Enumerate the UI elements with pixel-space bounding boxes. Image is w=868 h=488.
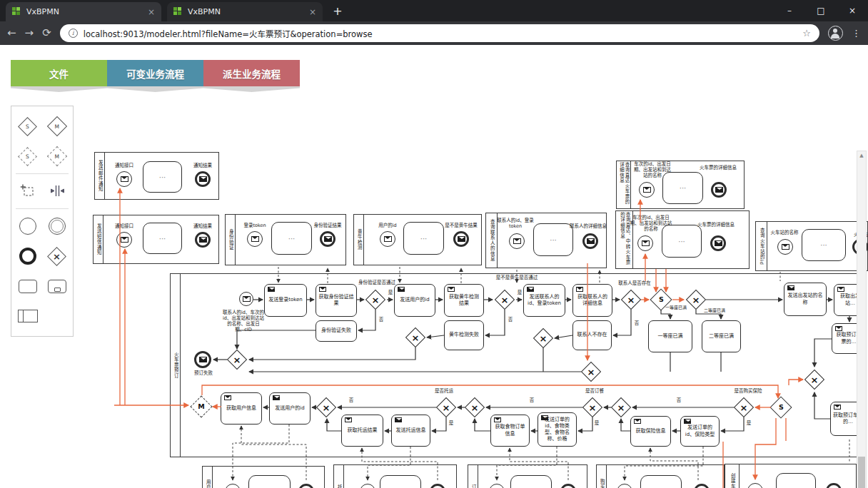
minimize-button[interactable]: – bbox=[774, 0, 805, 21]
close-button[interactable]: × bbox=[837, 0, 868, 21]
task[interactable]: 获取保险信息 bbox=[630, 416, 671, 447]
send-task-icon bbox=[273, 395, 280, 400]
end-event[interactable] bbox=[710, 235, 726, 251]
event-label: 是不是黄牛结果 bbox=[433, 223, 490, 228]
message-icon bbox=[715, 240, 722, 246]
reload-icon[interactable]: ⟳ bbox=[42, 28, 51, 39]
start-event[interactable] bbox=[777, 239, 793, 255]
receive-task-icon bbox=[835, 326, 842, 331]
subprocess-icon[interactable] bbox=[46, 277, 68, 295]
task[interactable]: ··· bbox=[776, 473, 816, 488]
diagram-label: 否 bbox=[347, 397, 355, 403]
task[interactable]: 发送订单的id、食物类型、食物名称、价格 bbox=[538, 412, 577, 447]
start-event[interactable] bbox=[247, 231, 263, 247]
task[interactable]: 发送登录token bbox=[264, 284, 307, 317]
task[interactable]: ··· bbox=[380, 475, 421, 488]
space-tool-icon[interactable] bbox=[46, 182, 68, 200]
task[interactable]: 获取用户信息 bbox=[221, 392, 262, 425]
diagram-label: 一等座已满 bbox=[661, 305, 691, 310]
bookmark-star-icon[interactable]: ☆ bbox=[802, 28, 811, 39]
profile-avatar[interactable] bbox=[828, 26, 843, 41]
start-event-icon[interactable] bbox=[17, 217, 39, 235]
gateway-symbol: × bbox=[233, 355, 241, 365]
task[interactable]: 发送订单的id、保险类型 bbox=[680, 416, 720, 447]
end-event-icon[interactable] bbox=[17, 247, 39, 265]
gateway-m-dashed-icon[interactable]: M bbox=[46, 147, 68, 166]
pool-icon[interactable] bbox=[17, 307, 39, 325]
bpmn-canvas[interactable]: 发送邮件通知查询直达火车票的详细信息发送短信通知身份验证黄牛检测查询联系人的信息… bbox=[0, 45, 868, 488]
end-event[interactable] bbox=[195, 171, 211, 187]
task-icon[interactable] bbox=[17, 277, 39, 295]
url-text[interactable]: localhost:9013/modeler.html?fileName=火车票… bbox=[84, 28, 373, 39]
gateway-m-icon[interactable]: M bbox=[46, 117, 68, 136]
forward-icon[interactable]: → bbox=[25, 28, 34, 39]
tab-close-icon[interactable]: × bbox=[309, 8, 316, 16]
task[interactable]: 发送用户的id bbox=[269, 392, 311, 425]
exclusive-gateway-icon[interactable]: × bbox=[46, 247, 68, 265]
task[interactable]: 获取联系人的详细信息 bbox=[572, 284, 612, 317]
end-event[interactable] bbox=[582, 233, 598, 249]
end-event[interactable] bbox=[711, 182, 727, 198]
task[interactable]: 获取黄牛检测结果 bbox=[444, 284, 484, 317]
start-event[interactable] bbox=[637, 235, 653, 251]
task[interactable]: ··· bbox=[248, 475, 291, 488]
pool-label-band: 订餐 bbox=[468, 465, 478, 488]
task[interactable]: 发送出发站的名称 bbox=[784, 283, 827, 316]
pool-label-band: 查询直达火车票的详细信息 bbox=[617, 161, 631, 208]
start-event[interactable] bbox=[239, 292, 253, 306]
task[interactable]: 身份验证失败 bbox=[316, 320, 357, 342]
gateway-symbol: × bbox=[323, 403, 330, 412]
end-event[interactable] bbox=[453, 231, 469, 247]
maximize-button[interactable]: □ bbox=[805, 0, 837, 21]
task[interactable]: 黄牛检测失败 bbox=[444, 320, 484, 350]
address-bar[interactable]: i localhost:9013/modeler.html?fileName=火… bbox=[60, 24, 819, 42]
task-label: ··· bbox=[820, 240, 827, 250]
task[interactable]: ··· bbox=[640, 475, 682, 488]
pool-label-band: 购买保险 bbox=[597, 465, 607, 488]
task[interactable]: 发送联系人的id、登录token bbox=[523, 284, 565, 317]
end-event[interactable] bbox=[194, 351, 211, 368]
task[interactable]: 获取身份验证结果 bbox=[316, 284, 357, 317]
task[interactable]: 发送用户的id bbox=[394, 284, 435, 317]
diagram-label: 是 bbox=[515, 290, 524, 295]
scroll-up-icon[interactable]: ▲ bbox=[857, 151, 866, 160]
start-event[interactable] bbox=[116, 171, 132, 187]
intermediate-event-icon[interactable] bbox=[46, 217, 68, 235]
gateway-s-icon[interactable]: S bbox=[17, 117, 39, 136]
end-event[interactable] bbox=[195, 232, 211, 248]
lasso-tool-icon[interactable] bbox=[17, 182, 39, 200]
new-tab-button[interactable]: + bbox=[328, 1, 347, 20]
pool-label: 托运 bbox=[336, 484, 341, 488]
gateway-s-dashed-icon[interactable]: S bbox=[17, 147, 39, 166]
task[interactable]: 获取食物订单信息 bbox=[490, 415, 530, 447]
task[interactable]: 二等座已满 bbox=[702, 320, 741, 352]
task[interactable]: 获取托运结果 bbox=[341, 415, 383, 447]
tab-close-icon[interactable]: × bbox=[148, 8, 155, 16]
ribbon-tab-2[interactable]: 可变业务流程 bbox=[107, 60, 203, 86]
back-icon[interactable]: ← bbox=[7, 28, 16, 39]
browser-tab-1[interactable]: VxBPMN × bbox=[6, 2, 161, 21]
scrollbar-thumb[interactable] bbox=[858, 457, 865, 488]
browser-tab-2[interactable]: VxBPMN × bbox=[167, 2, 323, 21]
message-icon bbox=[715, 187, 723, 193]
start-event[interactable] bbox=[509, 233, 525, 249]
page-info-icon[interactable]: i bbox=[69, 29, 78, 38]
start-event[interactable] bbox=[380, 231, 395, 247]
message-icon bbox=[782, 244, 789, 250]
ribbon-tab-1[interactable]: 文件 bbox=[11, 60, 107, 86]
vertical-scrollbar[interactable]: ▲ ▼ bbox=[857, 151, 867, 488]
task-label: 发送订单的id、食物类型、食物名称、价格 bbox=[540, 417, 574, 442]
task[interactable]: ··· bbox=[802, 229, 846, 261]
start-event[interactable] bbox=[639, 182, 655, 198]
ribbon-tab-3[interactable]: 派生业务流程 bbox=[203, 60, 300, 86]
diagram-label: 否 bbox=[377, 317, 385, 322]
start-event[interactable] bbox=[116, 232, 132, 248]
task-label: ··· bbox=[159, 173, 166, 182]
task[interactable]: 发送托运信息 bbox=[391, 415, 430, 447]
task[interactable]: 一等座已满 bbox=[648, 320, 692, 352]
task[interactable]: ··· bbox=[510, 475, 552, 488]
menu-kebab-icon[interactable]: ⋮ bbox=[852, 28, 861, 39]
end-event[interactable] bbox=[320, 231, 335, 247]
diagram-label: 火车票的详细信息 bbox=[695, 222, 737, 228]
task[interactable]: 联系人不存在 bbox=[572, 320, 612, 350]
